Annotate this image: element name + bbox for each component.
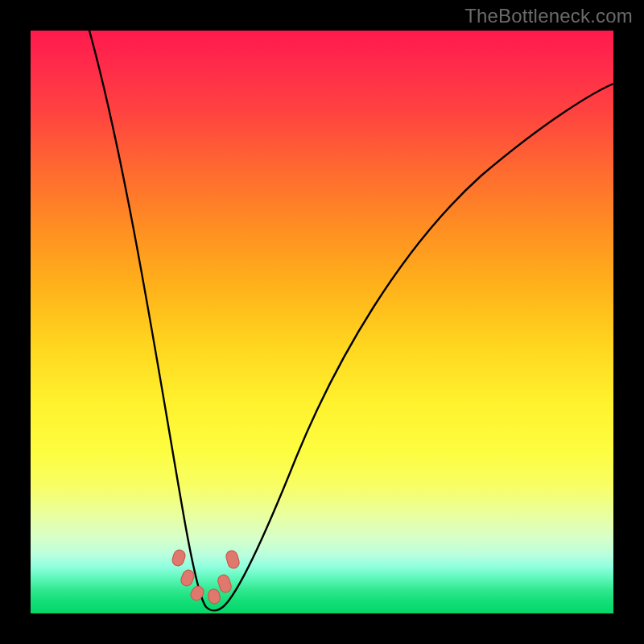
marker-dot: [225, 549, 241, 569]
plot-area: [31, 31, 613, 613]
curve-path: [89, 31, 613, 610]
marker-group: [171, 548, 241, 605]
marker-dot: [180, 568, 196, 588]
marker-dot: [207, 588, 221, 605]
marker-dot: [217, 573, 233, 593]
chart-frame: TheBottleneck.com: [0, 0, 644, 644]
watermark-text: TheBottleneck.com: [464, 5, 633, 27]
marker-dot: [171, 548, 186, 567]
bottleneck-curve: [31, 31, 613, 613]
